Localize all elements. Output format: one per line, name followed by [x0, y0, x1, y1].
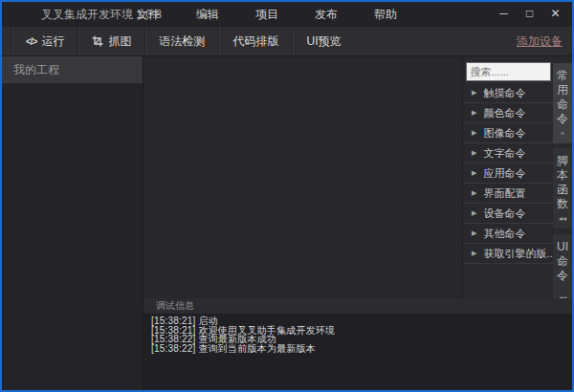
expand-arrow-icon: ▶ — [472, 89, 476, 97]
tab-label-char: 本 — [553, 168, 572, 183]
tab-ui-commands[interactable]: UI 命 令 ◂◂ — [553, 234, 572, 308]
minimize-button[interactable]: ─ — [491, 2, 517, 27]
syntax-check-button[interactable]: 语法检测 — [144, 27, 218, 55]
command-group-engine-version[interactable]: ▶ 获取引擎的版... — [463, 244, 553, 264]
command-group-app[interactable]: ▶ 应用命令 — [463, 163, 553, 184]
collapse-arrows-icon[interactable]: » — [561, 128, 564, 140]
command-group-label: 设备命令 — [483, 207, 525, 221]
app-window: 叉叉集成开发环境 1.0.8 文件 编辑 项目 发布 帮助 ─ □ ✕ </> … — [0, 0, 574, 392]
debug-panel: 调试信息 [15:38:21] 启动 [15:38:21] 欢迎使用叉叉助手集成… — [144, 298, 572, 390]
expand-arrow-icon: ▶ — [472, 209, 476, 217]
command-group-touch[interactable]: ▶ 触摸命令 — [463, 83, 553, 103]
menu-publish[interactable]: 发布 — [297, 2, 356, 27]
tab-label-char: 函 — [553, 183, 572, 197]
syntax-check-button-label: 语法检测 — [159, 33, 205, 50]
close-button[interactable]: ✕ — [542, 2, 568, 27]
toolbar: </> 运行 抓图 语法检测 代码排版 UI预览 添加设备 — [2, 27, 572, 56]
editor-area[interactable] — [144, 56, 462, 298]
maximize-button[interactable]: □ — [517, 2, 542, 27]
command-group-ui-config[interactable]: ▶ 界面配置 — [463, 184, 553, 204]
expand-arrow-icon: ▶ — [472, 250, 476, 257]
expand-arrow-icon: ▶ — [472, 169, 476, 177]
ui-preview-button[interactable]: UI预览 — [292, 27, 354, 55]
add-device-link[interactable]: 添加设备 — [517, 27, 563, 55]
command-group-label: 图像命令 — [483, 126, 525, 141]
crop-icon — [92, 35, 103, 47]
debug-log-list: [15:38:21] 启动 [15:38:21] 欢迎使用叉叉助手集成开发环境 … — [144, 314, 572, 353]
command-group-color[interactable]: ▶ 颜色命令 — [463, 103, 553, 123]
tab-label-char: 用 — [553, 83, 572, 98]
side-tab-strip: 常 用 命 令 » 脚 本 函 数 ◂◂ UI 命 令 ◂◂ — [553, 56, 572, 298]
sidebar-title: 我的工程 — [2, 56, 143, 83]
command-panel: ▶ 触摸命令 ▶ 颜色命令 ▶ 图像命令 ▶ 文字命令 ▶ 应用命令 ▶ 界面配… — [462, 56, 553, 298]
command-group-label: 触摸命令 — [483, 86, 525, 100]
expand-arrow-icon: ▶ — [472, 109, 476, 117]
tab-label-char: 命 — [553, 254, 572, 269]
command-group-label: 界面配置 — [483, 186, 525, 201]
command-group-label: 获取引擎的版... — [483, 247, 553, 261]
run-button-label: 运行 — [41, 33, 64, 50]
command-group-label: 颜色命令 — [483, 106, 525, 120]
menu-edit[interactable]: 编辑 — [178, 2, 237, 27]
tab-label-char: 常 — [553, 69, 572, 83]
command-group-text[interactable]: ▶ 文字命令 — [463, 143, 553, 163]
debug-panel-title: 调试信息 — [144, 298, 572, 314]
command-group-label: 其他命令 — [483, 227, 525, 241]
ui-preview-button-label: UI预览 — [306, 33, 341, 50]
expand-arrow-icon: ▶ — [472, 229, 476, 237]
menu-help[interactable]: 帮助 — [356, 2, 415, 27]
menu-bar: 文件 编辑 项目 发布 帮助 — [119, 2, 415, 27]
search-input[interactable] — [466, 62, 551, 81]
command-group-label: 应用命令 — [483, 166, 525, 181]
code-icon: </> — [26, 36, 36, 47]
command-group-image[interactable]: ▶ 图像命令 — [463, 123, 553, 143]
expand-arrow-icon: ▶ — [472, 149, 476, 157]
screenshot-button-label: 抓图 — [108, 33, 131, 50]
tab-label-char: 令 — [553, 269, 572, 283]
tab-label-char: UI — [553, 240, 572, 254]
menu-file[interactable]: 文件 — [119, 2, 178, 27]
command-group-device[interactable]: ▶ 设备命令 — [463, 204, 553, 224]
tab-label-char: 脚 — [553, 154, 572, 168]
menu-project[interactable]: 项目 — [237, 2, 297, 27]
log-line: [15:38:22] 查询到当前版本为最新版本 — [151, 344, 572, 354]
tab-label-char: 数 — [553, 197, 572, 211]
window-controls: ─ □ ✕ — [491, 2, 568, 27]
command-group-other[interactable]: ▶ 其他命令 — [463, 224, 553, 244]
screenshot-button[interactable]: 抓图 — [77, 27, 144, 55]
title-bar: 叉叉集成开发环境 1.0.8 文件 编辑 项目 发布 帮助 ─ □ ✕ — [2, 2, 572, 27]
code-format-button-label: 代码排版 — [232, 33, 278, 50]
tab-label-char: 命 — [553, 98, 572, 112]
expand-arrow-icon: ▶ — [472, 189, 476, 197]
command-group-label: 文字命令 — [483, 146, 525, 161]
expand-arrow-icon: ▶ — [472, 129, 476, 137]
code-format-button[interactable]: 代码排版 — [218, 27, 292, 55]
tab-script-functions[interactable]: 脚 本 函 数 ◂◂ — [553, 148, 572, 229]
collapse-arrows-icon[interactable]: ◂◂ — [559, 213, 566, 225]
project-sidebar: 我的工程 — [2, 56, 144, 390]
tab-common-commands[interactable]: 常 用 命 令 » — [553, 63, 572, 143]
tab-label-char: 令 — [553, 112, 572, 126]
run-button[interactable]: </> 运行 — [11, 27, 77, 55]
